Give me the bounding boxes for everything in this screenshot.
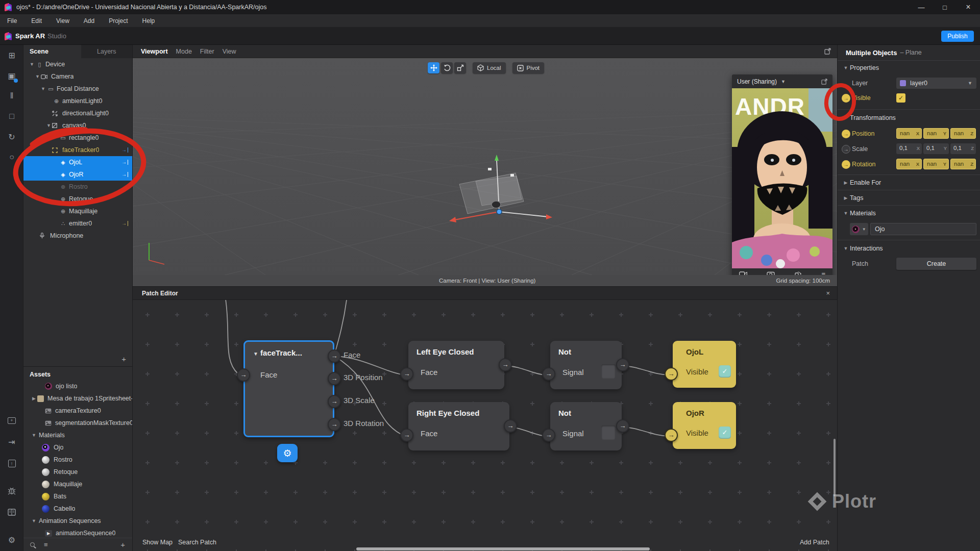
expand-viewport-icon[interactable] <box>824 48 831 55</box>
visible-checkbox[interactable]: ✓ <box>719 365 731 378</box>
export-upload-icon[interactable]: ↑ <box>0 454 23 472</box>
output-port[interactable]: → <box>499 358 512 371</box>
section-materials[interactable]: ▼ Materials <box>838 207 980 219</box>
asset-cameratexture[interactable]: cameraTexture0 <box>23 405 132 417</box>
asset-ojo-listo[interactable]: ojo listo <box>23 380 132 392</box>
scene-item-facetracker[interactable]: faceTracker0 → <box>23 144 132 156</box>
layer-dropdown[interactable]: layer0 ▼ <box>896 78 976 89</box>
rotate-tool-button[interactable] <box>441 62 453 73</box>
chevron-down-icon[interactable]: ▼ <box>781 79 786 84</box>
rotation-y-field[interactable]: nanY <box>923 159 949 169</box>
tab-mode[interactable]: Mode <box>176 48 192 55</box>
patch-settings-gear-button[interactable]: ⚙ <box>277 444 298 462</box>
output-port-face[interactable]: → <box>328 349 341 363</box>
local-space-button[interactable]: Local <box>473 62 506 73</box>
input-port-signal[interactable]: → <box>542 367 555 381</box>
scene-item-ambientlight[interactable]: ⊕ ambientLight0 <box>23 95 132 107</box>
output-port-3d-rotation[interactable]: → <box>328 418 341 431</box>
add-object-button[interactable]: + <box>121 355 126 363</box>
material-thumbnail-dropdown[interactable]: ▼ <box>850 223 868 235</box>
chevron-down-icon[interactable]: ▼ <box>29 62 35 67</box>
record-icon[interactable]: ○ <box>0 148 23 166</box>
scale-x-field[interactable]: 0,1X <box>896 143 922 154</box>
patch-node-left-eye-closed[interactable]: Left Eye Closed Face → → <box>408 341 504 389</box>
chevron-right-icon[interactable]: ▶ <box>31 396 37 401</box>
patch-node-facetracker[interactable]: ▼ faceTrack... Face → → → → → <box>243 340 334 437</box>
position-y-field[interactable]: nanY <box>923 128 949 139</box>
input-port-face[interactable]: → <box>400 367 413 381</box>
input-port-signal[interactable]: → <box>542 429 555 442</box>
camera-flip-icon[interactable] <box>767 271 775 276</box>
asset-spritesheet[interactable]: ▶ Mesa de trabajo 1Spritesheet-... <box>23 392 132 405</box>
scale-z-field[interactable]: 0,1Z <box>950 143 976 154</box>
add-asset-button[interactable]: + <box>120 540 125 549</box>
horizontal-scrollbar[interactable] <box>356 547 650 550</box>
patch-node-not-top[interactable]: Not Signal → → <box>550 341 622 389</box>
material-name-field[interactable]: Ojo <box>870 223 976 235</box>
tab-viewport[interactable]: Viewport <box>141 48 168 55</box>
asset-material-cabello[interactable]: Cabello <box>23 503 132 515</box>
minimize-button[interactable]: — <box>910 0 933 14</box>
output-port[interactable]: → <box>504 419 517 433</box>
visible-checkbox[interactable]: ✓ <box>896 93 905 103</box>
input-port-face[interactable]: → <box>237 368 250 382</box>
expand-preview-icon[interactable] <box>821 79 827 85</box>
console-docs-icon[interactable] <box>0 503 23 521</box>
scene-item-maquillaje[interactable]: ⊕ Maquillaje <box>23 205 132 217</box>
scene-item-device[interactable]: ▼ ▯ Device <box>23 58 132 70</box>
patch-node-not-bottom[interactable]: Not Signal → → <box>550 402 622 450</box>
chevron-down-icon[interactable]: ▼ <box>31 518 37 523</box>
rotate-phone-icon[interactable] <box>795 271 802 276</box>
asset-material-rostro[interactable]: Rostro <box>23 454 132 466</box>
scene-item-retoque[interactable]: ⊕ Retoque <box>23 193 132 205</box>
input-port-face[interactable]: → <box>400 429 413 442</box>
chevron-down-icon[interactable]: ▼ <box>34 74 41 79</box>
close-patch-editor-icon[interactable]: × <box>826 289 830 297</box>
tab-layers[interactable]: Layers <box>81 45 133 58</box>
search-icon[interactable] <box>30 542 35 547</box>
scene-item-canvas[interactable]: ▼ canvas0 <box>23 119 132 132</box>
import-device-icon[interactable]: ⇥ <box>0 433 23 451</box>
tab-filter[interactable]: Filter <box>200 48 214 55</box>
asset-material-maquillaje[interactable]: Maquillaje <box>23 478 132 490</box>
section-transformations[interactable]: ▼ Transformations <box>838 112 980 124</box>
patch-bound-arrow-icon[interactable]: → <box>842 130 850 138</box>
section-tags[interactable]: ▶ Tags <box>838 192 980 204</box>
vertical-scrollbar[interactable] <box>834 439 836 496</box>
create-patch-button[interactable]: Create <box>896 258 976 270</box>
asset-material-ojo[interactable]: Ojo <box>23 441 132 454</box>
add-patch-button[interactable]: Add Patch <box>800 539 829 546</box>
viewport-layout-icon[interactable]: ⊞ <box>0 46 23 64</box>
move-tool-button[interactable] <box>428 62 439 73</box>
scene-item-camera[interactable]: ▼ Camera <box>23 70 132 83</box>
menu-edit[interactable]: Edit <box>24 14 49 28</box>
asset-segmentationmask[interactable]: segmentationMaskTexture0 <box>23 417 132 429</box>
menu-view[interactable]: View <box>49 14 77 28</box>
output-port[interactable]: → <box>616 419 629 433</box>
visible-checkbox[interactable]: ✓ <box>719 427 731 439</box>
scene-item-ojor[interactable]: ◈ OjoR → <box>23 168 132 181</box>
scene-item-ojol[interactable]: ◈ OjoL → <box>23 156 132 168</box>
menu-help[interactable]: Help <box>135 14 162 28</box>
menu-add[interactable]: Add <box>77 14 102 28</box>
sync-icon[interactable]: ↻ <box>0 128 23 146</box>
signal-value-box[interactable] <box>601 425 616 440</box>
pivot-button[interactable]: Pivot <box>512 62 545 73</box>
patch-node-ojol[interactable]: OjoL Visible ✓ → <box>673 341 736 388</box>
patch-arrow-icon[interactable]: → <box>842 145 850 154</box>
tab-view[interactable]: View <box>223 48 236 55</box>
asset-material-retoque[interactable]: Retoque <box>23 466 132 478</box>
chevron-down-icon[interactable]: ▼ <box>45 123 52 128</box>
tab-scene[interactable]: Scene <box>23 45 81 58</box>
selection-gizmo[interactable] <box>439 153 572 234</box>
scene-item-emitter[interactable]: ∴ emitter0 → <box>23 217 132 230</box>
patch-editor-canvas[interactable]: ▼ faceTrack... Face → → → → → Face 3D Po… <box>133 300 837 551</box>
show-map-button[interactable]: Show Map <box>142 539 173 546</box>
assets-group-animation-sequences[interactable]: ▼ Animation Sequences <box>23 515 132 527</box>
signal-value-box[interactable] <box>601 364 616 379</box>
scene-item-rostro[interactable]: ⊕ Rostro <box>23 181 132 193</box>
patch-bound-arrow-icon[interactable]: → <box>842 94 850 103</box>
menu-project[interactable]: Project <box>102 14 135 28</box>
menu-icon[interactable]: ≡ <box>821 270 825 276</box>
patch-node-right-eye-closed[interactable]: Right Eye Closed Face → → <box>408 402 509 450</box>
